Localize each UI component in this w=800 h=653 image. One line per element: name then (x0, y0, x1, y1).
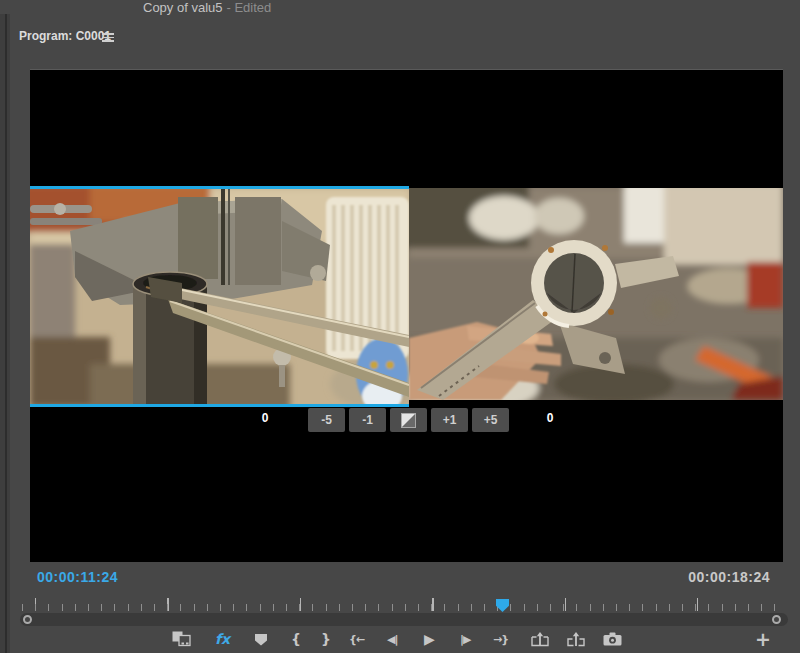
time-ruler[interactable] (22, 598, 788, 612)
lift-icon (531, 632, 549, 647)
edited-status: - Edited (227, 0, 272, 15)
zoom-scrollbar-left-handle[interactable] (23, 615, 32, 624)
minor-ticks (22, 604, 788, 611)
zoom-scrollbar-right-handle[interactable] (772, 615, 781, 624)
trim-back-five-button[interactable]: -5 (308, 408, 345, 432)
marker-icon (254, 633, 268, 646)
incoming-trim-counter: 0 (534, 411, 566, 425)
panel-menu-icon[interactable] (102, 33, 114, 42)
trim-indicator-bottom (30, 404, 409, 407)
panel-edge-divider (0, 14, 10, 653)
comparison-view-button[interactable] (172, 629, 192, 649)
current-timecode[interactable]: 00:00:11:24 (37, 569, 118, 585)
export-frame-button[interactable] (603, 629, 622, 649)
effects-fx-badge-button[interactable]: fx (215, 629, 230, 649)
project-name: Copy of valu5 (143, 0, 223, 15)
go-to-out-button[interactable]: →} (493, 629, 508, 649)
extract-icon (567, 632, 585, 647)
project-tab-title[interactable]: Copy of valu5- Edited (143, 0, 271, 15)
step-back-button[interactable]: ◀| (387, 629, 397, 649)
lift-button[interactable] (531, 629, 549, 649)
trim-forward-five-button[interactable]: +5 (472, 408, 509, 432)
camera-icon (603, 632, 622, 646)
trim-type-toggle-button[interactable] (390, 408, 427, 432)
program-monitor-tab[interactable]: Program: C0001 (19, 29, 111, 43)
diagonal-split-square-icon (401, 413, 416, 428)
go-to-in-button[interactable]: {← (349, 629, 364, 649)
comparison-view-icon (172, 631, 192, 647)
mark-out-button[interactable]: } (321, 629, 331, 649)
outgoing-clip-frame[interactable] (30, 189, 409, 404)
video-viewer: 0 -5 -1 +1 +5 0 (30, 70, 783, 562)
sequence-duration-timecode: 00:00:18:24 (688, 569, 770, 585)
button-editor-button[interactable]: + (755, 629, 771, 649)
trim-back-one-button[interactable]: -1 (349, 408, 386, 432)
add-marker-button[interactable] (254, 629, 268, 649)
play-button[interactable]: ▶ (424, 629, 435, 649)
trim-forward-one-button[interactable]: +1 (431, 408, 468, 432)
incoming-clip-frame[interactable] (409, 188, 783, 400)
program-monitor-panel: Copy of valu5- Edited Program: C0001 (0, 0, 800, 653)
extract-button[interactable] (567, 629, 585, 649)
mark-in-button[interactable]: { (291, 629, 301, 649)
outgoing-trim-counter: 0 (249, 411, 281, 425)
zoom-scrollbar-track[interactable] (20, 613, 788, 626)
step-forward-button[interactable]: |▶ (460, 629, 470, 649)
